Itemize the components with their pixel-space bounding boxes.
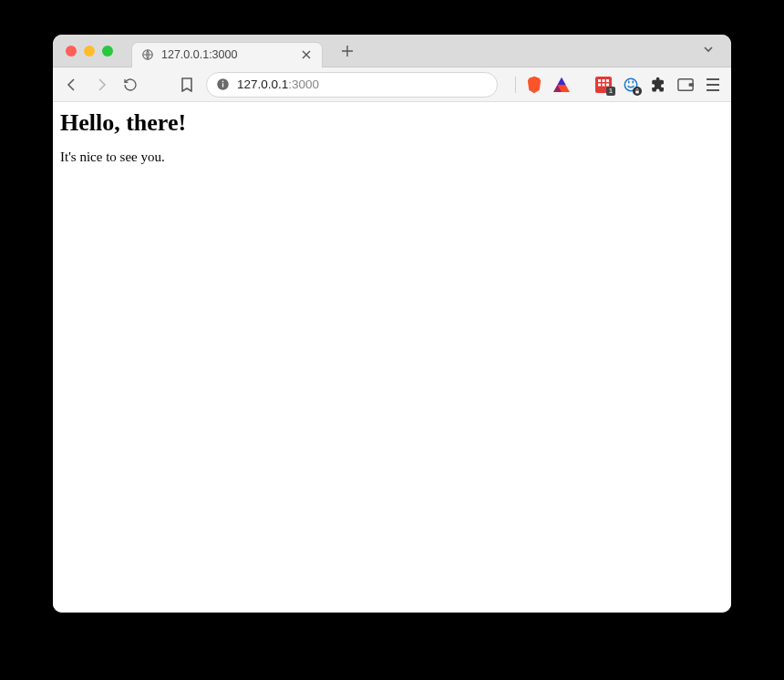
- tab-title: 127.0.0.1:3000: [161, 48, 293, 61]
- page-paragraph: It's nice to see you.: [60, 149, 724, 165]
- window-maximize-button[interactable]: [102, 46, 113, 57]
- reload-button[interactable]: [120, 75, 140, 95]
- address-host: 127.0.0.1: [237, 77, 288, 91]
- window-controls: [66, 46, 113, 57]
- app-menu-button[interactable]: [704, 76, 722, 94]
- new-tab-button[interactable]: [335, 39, 359, 63]
- extension-grid-icon[interactable]: 1: [594, 76, 613, 94]
- svg-rect-2: [222, 83, 223, 87]
- svg-rect-6: [603, 79, 605, 82]
- page-heading: Hello, there!: [60, 109, 724, 137]
- extension-cookie-icon[interactable]: [622, 76, 640, 94]
- titlebar: 127.0.0.1:3000: [53, 35, 731, 67]
- svg-rect-12: [635, 90, 639, 93]
- browser-tab[interactable]: 127.0.0.1:3000: [131, 42, 323, 67]
- wallet-icon[interactable]: [676, 76, 695, 94]
- divider: [515, 77, 516, 93]
- svg-rect-14: [689, 83, 694, 87]
- brave-rewards-icon[interactable]: [552, 76, 571, 94]
- extension-badge: 1: [606, 87, 615, 96]
- svg-rect-10: [606, 83, 609, 86]
- address-bar[interactable]: 127.0.0.1:3000: [206, 72, 498, 98]
- tab-close-button[interactable]: [300, 48, 313, 61]
- extensions-puzzle-icon[interactable]: [649, 76, 667, 94]
- forward-button[interactable]: [91, 75, 111, 95]
- globe-icon: [141, 48, 154, 61]
- svg-rect-9: [603, 83, 605, 86]
- page-content: Hello, there! It's nice to see you.: [53, 102, 731, 613]
- toolbar-right: 1: [515, 76, 722, 94]
- bookmark-button[interactable]: [177, 75, 197, 95]
- address-text: 127.0.0.1:3000: [237, 77, 319, 91]
- site-info-icon[interactable]: [216, 77, 230, 91]
- toolbar: 127.0.0.1:3000: [53, 67, 731, 102]
- browser-window: 127.0.0.1:3000: [53, 35, 731, 613]
- svg-rect-5: [598, 79, 601, 82]
- address-port: :3000: [288, 77, 319, 91]
- svg-rect-7: [606, 79, 609, 82]
- svg-point-3: [222, 81, 224, 83]
- lock-badge-icon: [633, 87, 642, 96]
- brave-shields-icon[interactable]: [525, 76, 543, 94]
- svg-rect-8: [598, 83, 601, 86]
- window-minimize-button[interactable]: [84, 46, 95, 57]
- tabs-dropdown-button[interactable]: [698, 39, 718, 63]
- window-close-button[interactable]: [66, 46, 77, 57]
- back-button[interactable]: [62, 75, 82, 95]
